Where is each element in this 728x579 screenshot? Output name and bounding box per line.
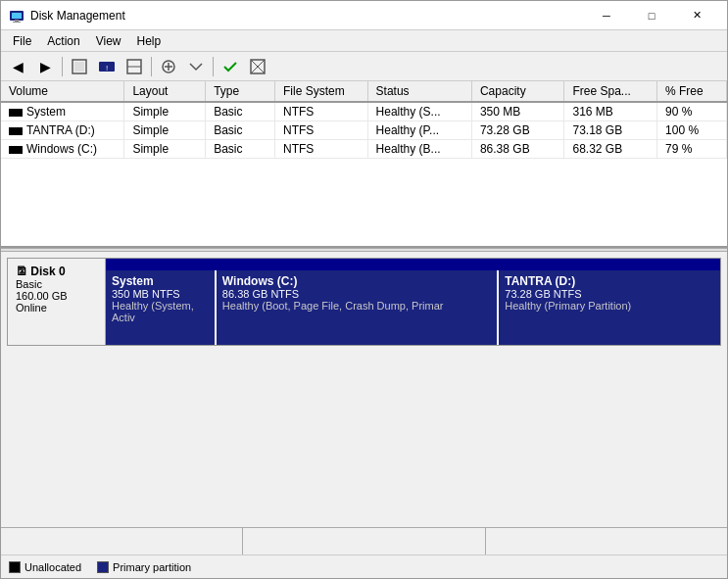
col-status[interactable]: Status <box>367 81 471 102</box>
disk-name: 🖺 Disk 0 <box>16 265 97 278</box>
table-cell: 79 % <box>657 140 727 159</box>
menu-help[interactable]: Help <box>129 32 170 50</box>
table-cell: Basic <box>206 102 275 121</box>
legend-primary-label: Primary partition <box>113 561 191 573</box>
window-title: Disk Management <box>30 9 584 23</box>
table-cell: NTFS <box>275 140 368 159</box>
disk-partitions: System 350 MB NTFS Healthy (System, Acti… <box>106 259 720 345</box>
table-cell: Simple <box>124 121 206 140</box>
partition-status: Healthy (Boot, Page File, Crash Dump, Pr… <box>222 300 491 312</box>
disk-type: Basic <box>16 278 97 290</box>
table-cell: NTFS <box>275 102 368 121</box>
minimize-button[interactable]: ─ <box>584 1 629 30</box>
toolbar-sep3 <box>213 57 214 76</box>
table-cell: 73.18 GB <box>564 121 657 140</box>
bottom-panel-2 <box>243 528 485 555</box>
disk-size: 160.00 GB <box>16 290 97 302</box>
disk-row: 🖺 Disk 0 Basic 160.00 GB Online System 3… <box>7 258 721 346</box>
main-content: Volume Layout Type File System Status Ca… <box>1 81 727 578</box>
legend-primary-box <box>97 561 109 573</box>
table-cell: Simple <box>124 140 206 159</box>
table-row[interactable]: TANTRA (D:)SimpleBasicNTFSHealthy (P...7… <box>1 121 727 140</box>
toolbar-btn5[interactable] <box>183 55 209 78</box>
disk-status: Online <box>16 302 97 314</box>
legend-primary: Primary partition <box>97 561 191 573</box>
toolbar-btn7[interactable] <box>245 55 270 78</box>
svg-text:!: ! <box>106 64 108 72</box>
partition-status: Healthy (System, Activ <box>112 300 209 323</box>
toolbar-btn6[interactable] <box>218 55 243 78</box>
toolbar-btn2[interactable]: ! <box>94 55 120 78</box>
menu-file[interactable]: File <box>5 32 39 50</box>
table-cell: Healthy (S... <box>367 102 471 121</box>
app-icon <box>9 8 24 24</box>
volume-table-area: Volume Layout Type File System Status Ca… <box>1 81 727 248</box>
table-cell: System <box>1 102 124 121</box>
table-cell: 73.28 GB <box>471 121 564 140</box>
menu-bar: File Action View Help <box>1 30 727 52</box>
volume-table: Volume Layout Type File System Status Ca… <box>1 81 727 159</box>
window-controls: ─ □ ✕ <box>584 1 719 30</box>
svg-rect-3 <box>13 22 21 23</box>
menu-view[interactable]: View <box>88 32 129 50</box>
col-type[interactable]: Type <box>206 81 275 102</box>
toolbar-forward[interactable]: ▶ <box>32 55 58 78</box>
partition-status: Healthy (Primary Partition) <box>505 300 714 312</box>
table-row[interactable]: SystemSimpleBasicNTFSHealthy (S...350 MB… <box>1 102 727 121</box>
partition-size: 86.38 GB NTFS <box>222 288 491 300</box>
table-cell: 316 MB <box>564 102 657 121</box>
partition-block[interactable]: Windows (C:) 86.38 GB NTFS Healthy (Boot… <box>217 270 499 345</box>
col-capacity[interactable]: Capacity <box>471 81 564 102</box>
table-cell: Simple <box>124 102 206 121</box>
table-cell: Basic <box>206 140 275 159</box>
toolbar-back[interactable]: ◀ <box>5 55 30 78</box>
table-row[interactable]: Windows (C:)SimpleBasicNTFSHealthy (B...… <box>1 140 727 159</box>
bottom-panel-1 <box>1 528 243 555</box>
partition-row: System 350 MB NTFS Healthy (System, Acti… <box>106 270 720 345</box>
table-cell: 68.32 GB <box>564 140 657 159</box>
toolbar-sep1 <box>62 57 63 76</box>
partition-name: System <box>112 274 209 288</box>
toolbar: ◀ ▶ ! <box>1 52 727 81</box>
table-cell: 350 MB <box>471 102 564 121</box>
table-cell: Basic <box>206 121 275 140</box>
table-cell: Windows (C:) <box>1 140 124 159</box>
window-frame: Disk Management ─ □ ✕ File Action View H… <box>0 0 728 579</box>
bottom-panels <box>1 527 727 555</box>
svg-rect-2 <box>15 20 19 22</box>
disk-label: 🖺 Disk 0 Basic 160.00 GB Online <box>8 259 106 345</box>
partition-block[interactable]: TANTRA (D:) 73.28 GB NTFS Healthy (Prima… <box>499 270 720 345</box>
col-freespace[interactable]: Free Spa... <box>564 81 657 102</box>
toolbar-btn3[interactable] <box>121 55 147 78</box>
close-button[interactable]: ✕ <box>674 1 719 30</box>
legend-unallocated-box <box>9 561 21 573</box>
volume-icon <box>9 146 23 154</box>
volume-icon <box>9 127 23 135</box>
svg-rect-5 <box>74 62 84 72</box>
toolbar-btn1[interactable] <box>67 55 92 78</box>
table-cell: NTFS <box>275 121 368 140</box>
legend-unallocated-label: Unallocated <box>24 561 81 573</box>
table-cell: 100 % <box>657 121 727 140</box>
partition-block[interactable]: System 350 MB NTFS Healthy (System, Acti… <box>106 270 217 345</box>
col-pctfree[interactable]: % Free <box>657 81 727 102</box>
partition-header-bar <box>106 259 720 270</box>
col-layout[interactable]: Layout <box>124 81 206 102</box>
col-filesystem[interactable]: File System <box>275 81 368 102</box>
toolbar-btn4[interactable] <box>156 55 181 78</box>
partition-size: 350 MB NTFS <box>112 288 209 300</box>
table-cell: Healthy (P... <box>367 121 471 140</box>
table-cell: 86.38 GB <box>471 140 564 159</box>
legend-unallocated: Unallocated <box>9 561 81 573</box>
maximize-button[interactable]: □ <box>629 1 674 30</box>
menu-action[interactable]: Action <box>39 32 87 50</box>
volume-icon <box>9 109 23 117</box>
bottom-panel-3 <box>486 528 727 555</box>
table-cell: Healthy (B... <box>367 140 471 159</box>
partition-size: 73.28 GB NTFS <box>505 288 714 300</box>
partition-name: Windows (C:) <box>222 274 491 288</box>
col-volume[interactable]: Volume <box>1 81 124 102</box>
table-cell: 90 % <box>657 102 727 121</box>
table-cell: TANTRA (D:) <box>1 121 124 140</box>
svg-rect-1 <box>12 13 22 19</box>
